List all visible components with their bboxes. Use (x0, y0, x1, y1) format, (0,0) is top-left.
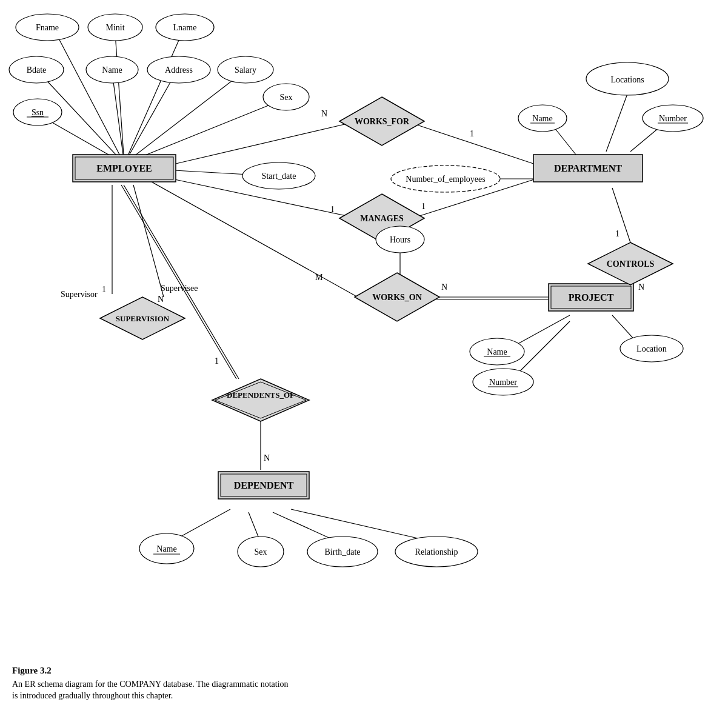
svg-marker-48 (212, 379, 309, 421)
caption-line2: is introduced gradually throughout this … (12, 690, 436, 702)
project-label: PROJECT (569, 292, 614, 303)
svg-line-6 (124, 73, 242, 164)
svg-line-5 (124, 73, 176, 164)
works-on-label: WORKS_ON (372, 293, 422, 302)
birth-date-attr: Birth_date (324, 547, 360, 557)
er-diagram-container: EMPLOYEE DEPARTMENT PROJECT DEPENDENT WO… (0, 0, 728, 661)
svg-line-18 (152, 182, 358, 297)
supervisee-label: Supervisee (161, 284, 198, 293)
sex-emp-attr: Sex (280, 93, 293, 102)
dept-number-attr: Number (659, 114, 687, 123)
dependents-of-label: DEPENDENTS_OF (227, 390, 295, 399)
locations-attr: Locations (610, 75, 644, 84)
dept-name-attr: Name (532, 114, 552, 123)
card-m-works-on: M (315, 273, 323, 282)
svg-line-10 (406, 121, 533, 164)
card-1-controls: 1 (615, 229, 619, 238)
card-1-supervisor: 1 (102, 285, 106, 294)
svg-line-4 (112, 73, 124, 164)
svg-line-28 (133, 185, 164, 297)
minit-attr: Minit (105, 23, 124, 32)
lname-attr: Lname (173, 23, 197, 32)
caption-title: Figure 3.2 (12, 666, 436, 676)
relationship-attr: Relationship (415, 547, 458, 557)
svg-line-29 (121, 185, 236, 379)
supervision-label: SUPERVISION (116, 314, 170, 323)
card-n-works-on: N (441, 282, 447, 292)
controls-label: CONTROLS (607, 259, 655, 269)
dep-name-attr: Name (156, 544, 176, 553)
department-label: DEPARTMENT (554, 163, 622, 173)
card-1-dependents-of: 1 (215, 356, 219, 366)
works-for-label: WORKS_FOR (355, 117, 410, 126)
caption-line1: An ER schema diagram for the COMPANY dat… (12, 678, 436, 690)
proj-name-attr: Name (487, 347, 507, 356)
start-date-attr: Start_date (262, 172, 296, 181)
salary-attr: Salary (235, 65, 256, 75)
proj-number-attr: Number (489, 378, 517, 387)
location-attr: Location (636, 344, 667, 353)
card-1-manages-emp: 1 (330, 205, 335, 214)
name-emp-attr: Name (102, 65, 122, 75)
num-employees-attr: Number_of_employees (406, 175, 485, 184)
card-n-supervisee: N (158, 295, 164, 304)
er-diagram-svg: EMPLOYEE DEPARTMENT PROJECT DEPENDENT WO… (0, 0, 728, 661)
dependent-label: DEPENDENT (234, 480, 294, 490)
employee-label: EMPLOYEE (96, 163, 152, 173)
caption-area: Figure 3.2 An ER schema diagram for the … (12, 666, 436, 702)
manages-label: MANAGES (360, 214, 404, 223)
card-n-controls: N (638, 282, 644, 292)
svg-line-35 (291, 509, 436, 543)
card-1-works-for: 1 (470, 129, 474, 138)
address-attr: Address (165, 65, 193, 75)
supervisor-label: Supervisor (61, 290, 98, 299)
svg-line-9 (176, 121, 358, 164)
fname-attr: Fname (36, 23, 59, 32)
svg-line-1 (115, 33, 124, 164)
card-n-dependents-of: N (264, 453, 270, 463)
hours-attr: Hours (390, 235, 410, 244)
svg-line-11 (606, 94, 627, 152)
svg-line-30 (124, 185, 239, 379)
ssn-attr: Ssn (32, 108, 44, 117)
card-n1: N (321, 109, 327, 118)
card-1-manages-dept: 1 (421, 202, 426, 211)
dep-sex-attr: Sex (255, 547, 267, 557)
bdate-attr: Bdate (27, 65, 47, 75)
